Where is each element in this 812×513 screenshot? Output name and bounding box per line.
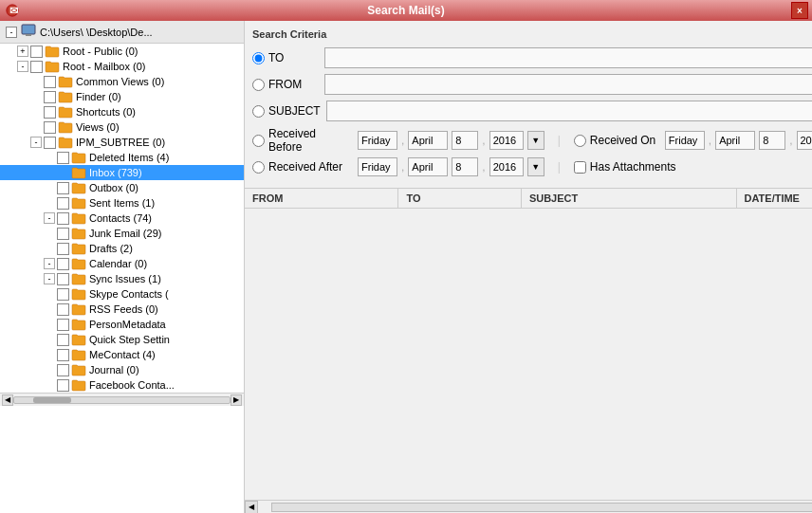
item-checkbox[interactable] <box>44 106 56 119</box>
item-checkbox[interactable] <box>57 182 69 194</box>
before-year[interactable] <box>489 131 524 150</box>
after-day[interactable] <box>452 157 478 176</box>
tree-item-junk-email[interactable]: Junk Email (29) <box>0 226 244 241</box>
col-subject[interactable]: SUBJECT <box>521 189 736 209</box>
tree-item-facebook-conta[interactable]: Facebook Conta... <box>0 377 244 393</box>
on-day[interactable] <box>759 131 785 150</box>
before-calendar-btn[interactable]: ▼ <box>527 131 544 150</box>
subject-radio-label[interactable]: SUBJECT <box>252 104 321 118</box>
tree-item-contacts[interactable]: -Contacts (74) <box>0 211 244 226</box>
scroll-left-arrow[interactable]: ◀ <box>2 394 13 406</box>
received-after-radio[interactable] <box>252 161 265 174</box>
item-checkbox[interactable] <box>57 243 69 255</box>
col-to[interactable]: TO <box>398 189 522 209</box>
item-checkbox[interactable] <box>44 137 56 149</box>
tree-item-rss-feeds[interactable]: RSS Feeds (0) <box>0 302 244 317</box>
item-checkbox[interactable] <box>57 379 69 392</box>
from-input[interactable] <box>324 74 812 95</box>
col-from[interactable]: FROM <box>245 189 398 209</box>
to-radio-label[interactable]: TO <box>252 51 319 64</box>
item-checkbox[interactable] <box>57 288 69 301</box>
on-year[interactable] <box>797 131 813 150</box>
subject-radio[interactable] <box>252 105 265 118</box>
after-calendar-btn[interactable]: ▼ <box>527 157 544 176</box>
after-month[interactable] <box>408 157 448 176</box>
tree-item-finder[interactable]: Finder (0) <box>0 89 244 104</box>
expand-icon[interactable]: - <box>44 258 55 269</box>
item-checkbox[interactable] <box>30 46 43 58</box>
tree-item-drafts[interactable]: Drafts (2) <box>0 241 244 256</box>
item-checkbox[interactable] <box>57 303 69 316</box>
bottom-scrollbar[interactable]: ◀ ▶ <box>245 500 812 513</box>
from-radio-label[interactable]: FROM <box>252 78 319 91</box>
expand-icon[interactable]: - <box>44 212 55 224</box>
sidebar-scrollbar[interactable]: ◀ ▶ <box>0 393 244 406</box>
tree-item-common-views[interactable]: Common Views (0) <box>0 74 244 89</box>
folder-icon <box>58 120 73 134</box>
tree-item-outbox[interactable]: Outbox (0) <box>0 180 244 195</box>
received-before-radio[interactable] <box>252 135 265 147</box>
tree-item-shortcuts[interactable]: Shortcuts (0) <box>0 104 244 119</box>
col-datetime[interactable]: DATE/TIME <box>736 189 812 209</box>
item-checkbox[interactable] <box>44 76 56 88</box>
on-weekday[interactable] <box>665 131 705 150</box>
received-after-label[interactable]: Received After <box>252 160 352 174</box>
item-checkbox[interactable] <box>57 197 69 210</box>
before-weekday[interactable] <box>358 131 397 150</box>
tree-item-me-contact[interactable]: MeContact (4) <box>0 347 244 362</box>
tree-item-quick-step[interactable]: Quick Step Settin <box>0 332 244 347</box>
item-checkbox[interactable] <box>57 319 69 331</box>
scroll-thumb[interactable] <box>33 397 71 403</box>
has-attachments-label[interactable]: Has Attachments <box>574 160 676 174</box>
on-month[interactable] <box>715 131 755 150</box>
expand-icon[interactable]: - <box>30 137 42 148</box>
item-checkbox[interactable] <box>57 212 69 225</box>
item-checkbox[interactable] <box>57 364 69 376</box>
tree-item-person-metadata[interactable]: PersonMetadata <box>0 317 244 332</box>
expand-root-icon[interactable]: - <box>6 27 17 38</box>
received-on-label[interactable]: Received On <box>574 134 659 147</box>
expand-icon[interactable]: - <box>17 61 28 72</box>
tree-container: +Root - Public (0)-Root - Mailbox (0)Com… <box>0 44 244 393</box>
received-before-label[interactable]: Received Before <box>252 127 352 154</box>
before-day[interactable] <box>452 131 478 150</box>
item-checkbox[interactable] <box>57 152 69 164</box>
scroll-right-arrow[interactable]: ▶ <box>231 394 242 406</box>
tree-item-deleted-items[interactable]: Deleted Items (4) <box>0 150 244 165</box>
before-month[interactable] <box>408 131 448 150</box>
after-year[interactable] <box>489 157 524 176</box>
h-scroll-left[interactable]: ◀ <box>245 501 258 514</box>
item-checkbox[interactable] <box>30 61 43 73</box>
scroll-track[interactable] <box>13 396 231 404</box>
subject-input[interactable] <box>326 101 812 121</box>
expand-icon[interactable]: - <box>44 273 55 284</box>
to-radio[interactable] <box>252 52 265 64</box>
has-attachments-checkbox[interactable] <box>574 161 586 174</box>
item-checkbox[interactable] <box>57 258 69 270</box>
item-checkbox[interactable] <box>57 228 69 240</box>
item-checkbox[interactable] <box>57 349 69 361</box>
close-button[interactable]: × <box>791 2 808 19</box>
expand-icon[interactable]: + <box>17 46 28 57</box>
tree-item-sync-issues[interactable]: -Sync Issues (1) <box>0 271 244 286</box>
tree-item-skype-contacts[interactable]: Skype Contacts ( <box>0 286 244 302</box>
tree-item-views[interactable]: Views (0) <box>0 119 244 135</box>
item-checkbox[interactable] <box>57 334 69 346</box>
tree-item-ipm-subtree[interactable]: -IPM_SUBTREE (0) <box>0 135 244 150</box>
from-radio[interactable] <box>252 79 265 91</box>
results-content[interactable]: FROM TO SUBJECT DATE/TIME <box>245 189 812 500</box>
tree-item-calendar[interactable]: -Calendar (0) <box>0 256 244 271</box>
after-weekday[interactable] <box>358 157 397 176</box>
tree-item-root-public[interactable]: +Root - Public (0) <box>0 44 244 59</box>
tree-item-root-mailbox[interactable]: -Root - Mailbox (0) <box>0 59 244 74</box>
tree-item-inbox[interactable]: Inbox (739) <box>0 165 244 180</box>
item-checkbox[interactable] <box>57 273 69 285</box>
tree-item-journal[interactable]: Journal (0) <box>0 362 244 377</box>
tree-item-sent-items[interactable]: Sent Items (1) <box>0 195 244 211</box>
to-input[interactable] <box>324 47 812 68</box>
h-scroll-track[interactable] <box>271 503 812 512</box>
item-checkbox[interactable] <box>44 121 56 134</box>
header-path: C:\Users\ \Desktop\De... <box>40 27 153 38</box>
received-on-radio[interactable] <box>574 135 586 147</box>
item-checkbox[interactable] <box>44 91 56 103</box>
